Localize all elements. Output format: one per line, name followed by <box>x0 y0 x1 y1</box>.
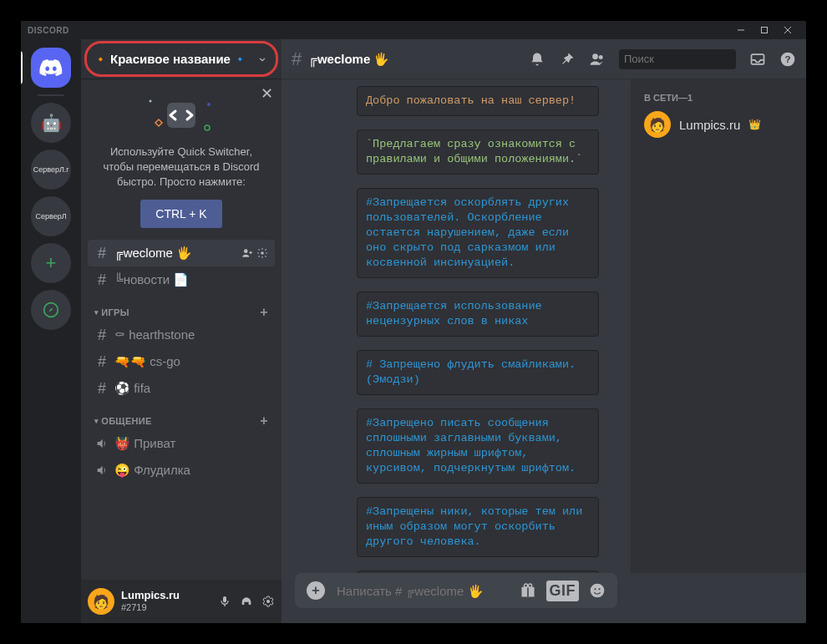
main-chat: # ╔weclome 🖐 ? Добро пожалов <box>282 39 806 623</box>
voice-channel-fludilka[interactable]: 😜 Флудилка <box>88 457 275 484</box>
user-avatar[interactable]: 🧑 <box>88 588 114 615</box>
emoji-icon[interactable] <box>589 582 606 599</box>
guild-home[interactable] <box>31 48 71 88</box>
channel-welcome[interactable]: # ╔weclome 🖐 <box>88 240 275 266</box>
category-social[interactable]: ▾ ОБЩЕНИЕ + <box>88 402 275 430</box>
chat-input[interactable]: + GIF <box>295 573 617 608</box>
crown-icon: 👑 <box>748 119 761 130</box>
member-list: В СЕТИ—1 🧑 Lumpics.ru 👑 <box>631 79 806 573</box>
guild-server-3[interactable]: СерверЛ <box>31 196 71 236</box>
user-name: Lumpics.ru <box>121 590 211 601</box>
hash-icon: # <box>94 327 109 344</box>
attach-icon[interactable]: + <box>307 581 325 600</box>
svg-point-13 <box>266 600 270 603</box>
app-window: DISCORD 🤖 СерверЛ.r СерверЛ + <box>21 21 806 623</box>
message-input[interactable] <box>337 584 508 598</box>
channel-sidebar: 🔸 Красивое название 🔹 ✕ Используйте Quic… <box>81 39 282 623</box>
gift-icon[interactable] <box>520 582 536 599</box>
window-close-button[interactable] <box>776 21 799 39</box>
member-item[interactable]: 🧑 Lumpics.ru 👑 <box>637 108 799 141</box>
svg-text:?: ? <box>784 53 790 64</box>
svg-point-10 <box>244 249 248 253</box>
user-tag: #2719 <box>121 601 211 613</box>
quickswitcher-text: Используйте Quick Switcher, чтобы переме… <box>94 145 268 190</box>
notifications-icon[interactable] <box>529 51 545 68</box>
gear-icon[interactable] <box>256 247 268 259</box>
pinned-icon[interactable] <box>559 51 576 68</box>
members-heading: В СЕТИ—1 <box>637 93 799 108</box>
user-panel: 🧑 Lumpics.ru #2719 <box>81 580 282 623</box>
quickswitcher-button[interactable]: CTRL + K <box>140 200 221 228</box>
message-block: #Запрещается оскорблять других пользоват… <box>357 188 599 278</box>
user-info[interactable]: Lumpics.ru #2719 <box>121 590 211 613</box>
chat-input-area: + GIF <box>282 573 631 623</box>
guild-separator <box>38 94 64 96</box>
chevron-down-icon: ▾ <box>94 308 99 317</box>
hash-icon: # <box>94 245 109 262</box>
hash-icon: # <box>94 271 109 289</box>
svg-rect-1 <box>762 28 768 33</box>
svg-point-26 <box>591 584 605 598</box>
member-avatar: 🧑 <box>644 111 671 138</box>
guild-server-2[interactable]: СерверЛ.r <box>31 150 71 190</box>
compass-icon <box>43 302 59 318</box>
quickswitcher-card: ✕ Используйте Quick Switcher, чтобы пере… <box>81 79 282 240</box>
inbox-icon[interactable] <box>749 51 766 68</box>
svg-rect-23 <box>527 587 529 597</box>
channel-news[interactable]: # ╚новости 📄 <box>88 266 275 293</box>
chat-header: # ╔weclome 🖐 ? <box>282 39 806 79</box>
guild-server-1[interactable]: 🤖 <box>31 103 71 143</box>
svg-point-14 <box>592 53 598 59</box>
svg-point-7 <box>207 103 211 106</box>
window-minimize-button[interactable] <box>729 21 753 39</box>
diamond-blue-icon: 🔹 <box>234 53 246 65</box>
member-name: Lumpics.ru <box>679 118 740 132</box>
message-list: Добро пожаловать на наш сервер! `Предлаг… <box>282 79 631 573</box>
svg-point-27 <box>594 588 596 590</box>
channel-title: ╔weclome 🖐 <box>308 52 389 67</box>
guild-explore-button[interactable] <box>31 290 71 330</box>
chevron-down-icon <box>256 53 268 65</box>
svg-point-24 <box>524 584 527 587</box>
search-box[interactable] <box>619 49 736 69</box>
app-brand: DISCORD <box>28 26 69 35</box>
speaker-icon <box>94 464 109 477</box>
guild-add-button[interactable]: + <box>31 243 71 283</box>
svg-rect-12 <box>223 596 226 602</box>
search-input[interactable] <box>624 53 764 65</box>
channel-fifa[interactable]: # ⚽ fifa <box>88 375 275 402</box>
server-header[interactable]: 🔸 Красивое название 🔹 <box>81 39 282 79</box>
channel-csgo[interactable]: # 🔫🔫 cs-go <box>88 348 275 375</box>
add-channel-icon[interactable]: + <box>260 305 268 320</box>
svg-point-15 <box>599 55 603 59</box>
help-icon[interactable]: ? <box>779 51 796 68</box>
message-block: #Запрещены ники, которые тем или иным об… <box>357 497 599 557</box>
svg-point-11 <box>261 251 264 255</box>
hash-icon: # <box>94 353 109 371</box>
hash-icon: # <box>292 48 302 70</box>
settings-icon[interactable] <box>261 595 275 608</box>
message-block: #Запрещено писать сообщения сплошными за… <box>357 408 599 484</box>
message-block: Добро пожаловать на наш сервер! <box>357 86 599 116</box>
svg-point-8 <box>205 125 210 130</box>
svg-marker-5 <box>49 308 53 312</box>
server-name: Красивое название <box>110 52 231 66</box>
chevron-down-icon: ▾ <box>94 417 99 425</box>
discord-logo-icon <box>39 59 63 76</box>
gif-icon[interactable]: GIF <box>546 581 580 601</box>
window-maximize-button[interactable] <box>753 21 776 39</box>
category-games[interactable]: ▾ ИГРЫ + <box>88 293 275 322</box>
deafen-icon[interactable] <box>240 595 253 608</box>
robot-icon: 🤖 <box>41 113 62 133</box>
members-icon[interactable] <box>589 51 606 68</box>
titlebar: DISCORD <box>21 21 806 39</box>
close-icon[interactable]: ✕ <box>261 86 273 101</box>
invite-icon[interactable] <box>241 247 253 259</box>
quickswitcher-art <box>94 94 268 136</box>
channel-hearthstone[interactable]: # ⚰ hearthstone <box>88 322 275 348</box>
svg-point-25 <box>528 584 531 587</box>
speaker-icon <box>94 437 109 450</box>
mute-icon[interactable] <box>218 595 231 608</box>
voice-channel-privat[interactable]: 👹 Приват <box>88 430 275 457</box>
add-channel-icon[interactable]: + <box>260 413 268 428</box>
